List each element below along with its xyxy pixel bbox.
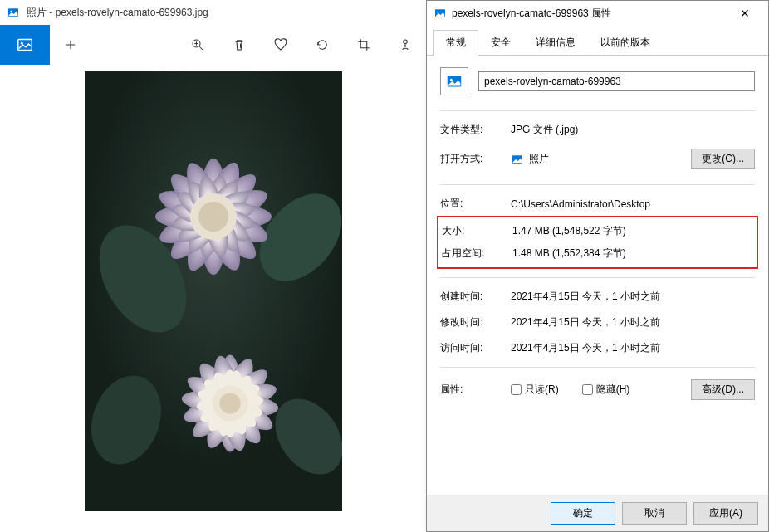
modified-label: 修改时间: — [440, 315, 511, 329]
file-image-icon — [433, 7, 447, 20]
disksize-label: 占用空间: — [442, 246, 512, 261]
location-value: C:\Users\Administrator\Desktop — [511, 198, 755, 210]
close-button[interactable]: ✕ — [728, 7, 762, 20]
svg-point-49 — [437, 12, 438, 13]
size-highlight-box: 大小: 1.47 MB (1,548,522 字节) 占用空间: 1.48 MB… — [437, 216, 758, 269]
readonly-checkbox[interactable]: 只读(R) — [511, 383, 559, 397]
tab-general[interactable]: 常规 — [433, 30, 478, 56]
svg-point-29 — [198, 202, 228, 232]
filetype-value: JPG 文件 (.jpg) — [511, 123, 755, 137]
advanced-button[interactable]: 高级(D)... — [691, 379, 755, 400]
attributes-label: 属性: — [440, 383, 511, 397]
ok-button[interactable]: 确定 — [551, 502, 615, 525]
zoom-button[interactable] — [177, 25, 218, 65]
add-button[interactable] — [50, 25, 91, 65]
hidden-checkbox[interactable]: 隐藏(H) — [582, 383, 630, 397]
photos-app-window: 照片 - pexels-rovelyn-camato-699963.jpg — [0, 0, 426, 532]
edit-button[interactable] — [384, 25, 426, 65]
svg-point-47 — [219, 393, 240, 413]
disksize-value: 1.48 MB (1,552,384 字节) — [512, 246, 753, 261]
properties-body: 文件类型: JPG 文件 (.jpg) 打开方式: 照片 更改(C)... 位置… — [427, 56, 768, 408]
view-image-button[interactable] — [0, 25, 50, 65]
separator — [440, 277, 755, 278]
accessed-label: 访问时间: — [440, 341, 511, 355]
photos-window-title: 照片 - pexels-rovelyn-camato-699963.jpg — [27, 6, 208, 20]
separator — [440, 110, 755, 111]
favorite-button[interactable] — [260, 25, 301, 65]
photos-app-small-icon — [511, 153, 524, 166]
tab-details[interactable]: 详细信息 — [523, 30, 588, 56]
created-value: 2021年4月15日 今天，1 小时之前 — [511, 290, 755, 304]
openwith-value: 照片 — [529, 152, 549, 166]
cancel-button[interactable]: 取消 — [622, 502, 687, 525]
properties-tabs: 常规 安全 详细信息 以前的版本 — [427, 26, 768, 56]
apply-button[interactable]: 应用(A) — [693, 502, 758, 525]
svg-point-5 — [404, 40, 408, 44]
modified-value: 2021年4月15日 今天，1 小时之前 — [511, 315, 755, 329]
readonly-checkbox-input[interactable] — [511, 384, 522, 395]
accessed-value: 2021年4月15日 今天，1 小时之前 — [511, 341, 755, 355]
photos-app-icon — [7, 6, 20, 19]
location-label: 位置: — [440, 197, 511, 211]
photos-toolbar — [0, 25, 426, 65]
size-label: 大小: — [442, 224, 512, 238]
hidden-label: 隐藏(H) — [596, 383, 630, 397]
properties-title: pexels-rovelyn-camato-699963 属性 — [452, 7, 728, 21]
separator — [440, 184, 755, 185]
separator — [440, 367, 755, 368]
properties-dialog: pexels-rovelyn-camato-699963 属性 ✕ 常规 安全 … — [426, 0, 769, 532]
filetype-label: 文件类型: — [440, 123, 511, 137]
delete-button[interactable] — [218, 25, 260, 65]
photo-viewport — [0, 65, 426, 532]
tab-previous-versions[interactable]: 以前的版本 — [588, 30, 663, 56]
filename-input[interactable] — [478, 71, 755, 91]
readonly-label: 只读(R) — [525, 383, 559, 397]
change-app-button[interactable]: 更改(C)... — [691, 149, 755, 169]
rotate-button[interactable] — [301, 25, 343, 65]
created-label: 创建时间: — [440, 290, 511, 304]
size-value: 1.47 MB (1,548,522 字节) — [512, 224, 753, 238]
openwith-label: 打开方式: — [440, 152, 511, 166]
properties-titlebar: pexels-rovelyn-camato-699963 属性 ✕ — [427, 1, 768, 26]
svg-point-51 — [450, 79, 453, 81]
file-type-icon — [440, 67, 468, 95]
displayed-photo — [85, 71, 342, 511]
dialog-footer: 确定 取消 应用(A) — [427, 495, 768, 531]
tab-security[interactable]: 安全 — [478, 30, 523, 56]
hidden-checkbox-input[interactable] — [582, 384, 593, 395]
svg-point-1 — [10, 11, 12, 12]
photos-titlebar: 照片 - pexels-rovelyn-camato-699963.jpg — [0, 0, 426, 25]
crop-button[interactable] — [343, 25, 384, 65]
